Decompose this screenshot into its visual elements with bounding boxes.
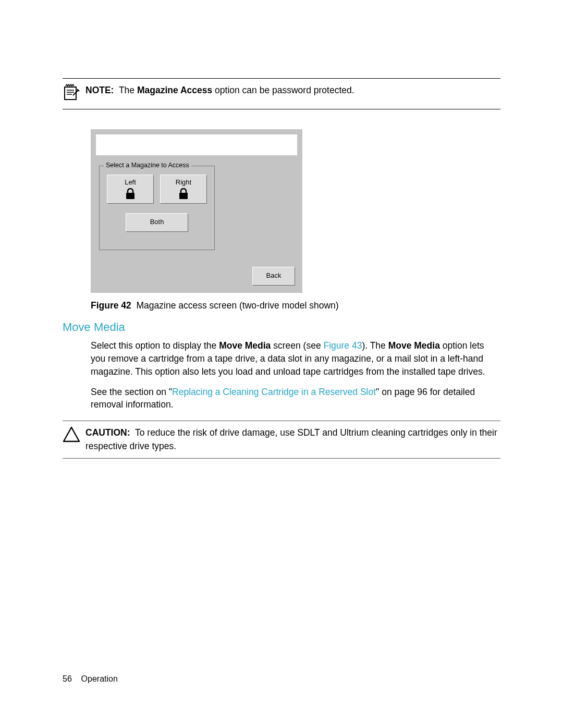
lock-icon xyxy=(161,188,206,202)
paragraph: See the section on "Replacing a Cleaning… xyxy=(91,386,500,412)
note-prefix: NOTE: xyxy=(85,85,114,95)
paragraph: Select this option to display the Move M… xyxy=(91,339,500,378)
section-link[interactable]: Replacing a Cleaning Cartridge in a Rese… xyxy=(172,387,376,397)
caution-prefix: CAUTION: xyxy=(85,427,130,438)
page: NOTE: The Magazine Access option can be … xyxy=(0,0,563,728)
page-footer: 56 Operation xyxy=(63,674,118,684)
caution-icon xyxy=(63,426,80,445)
button-label: Right xyxy=(161,178,206,186)
both-magazines-button[interactable]: Both xyxy=(126,213,188,232)
panel-title-bar xyxy=(96,134,297,155)
divider xyxy=(63,458,500,459)
note-icon xyxy=(63,84,80,104)
section-heading-move-media: Move Media xyxy=(63,320,500,334)
magazine-access-panel: Select a Magazine to Access Left Right B… xyxy=(91,129,302,293)
back-button[interactable]: Back xyxy=(252,267,295,286)
button-label: Both xyxy=(126,218,188,226)
button-label: Left xyxy=(107,178,153,186)
caution-text: CAUTION: To reduce the risk of drive dam… xyxy=(85,426,500,453)
figure-link[interactable]: Figure 43 xyxy=(323,340,362,351)
figure-label: Figure 42 xyxy=(91,300,131,311)
note-block: NOTE: The Magazine Access option can be … xyxy=(63,84,500,104)
divider xyxy=(63,109,500,109)
section-name: Operation xyxy=(81,674,118,683)
svg-rect-5 xyxy=(179,193,188,199)
note-text: NOTE: The Magazine Access option can be … xyxy=(85,84,354,97)
group-label: Select a Magazine to Access xyxy=(104,162,191,169)
lock-icon xyxy=(107,188,153,202)
page-number: 56 xyxy=(63,674,72,683)
body-text: Select this option to display the Move M… xyxy=(91,339,500,411)
svg-rect-4 xyxy=(126,193,134,199)
caution-block: CAUTION: To reduce the risk of drive dam… xyxy=(63,426,500,453)
select-magazine-group: Select a Magazine to Access Left Right B… xyxy=(99,166,215,250)
figure-caption: Figure 42 Magazine access screen (two-dr… xyxy=(91,300,500,311)
right-magazine-button[interactable]: Right xyxy=(160,175,207,204)
divider xyxy=(63,78,500,79)
divider xyxy=(63,421,500,421)
left-magazine-button[interactable]: Left xyxy=(107,175,154,204)
